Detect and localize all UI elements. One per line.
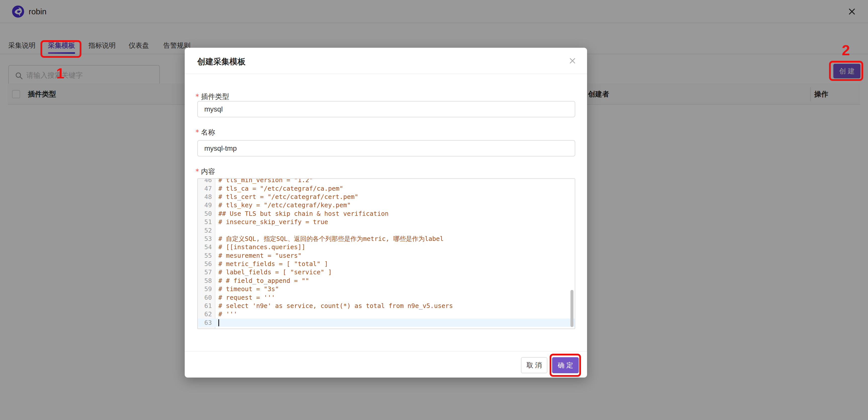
- text-cursor: [218, 319, 219, 326]
- line-number: 62: [198, 311, 215, 318]
- required-asterisk: *: [195, 128, 199, 136]
- modal-close-icon: [568, 57, 577, 65]
- plugin-type-label: *插件类型: [195, 92, 229, 101]
- required-asterisk: *: [195, 92, 199, 101]
- code-line-row[interactable]: 49 # tls_key = "/etc/categraf/key.pem": [198, 201, 575, 209]
- code-text: # tls_cert = "/etc/categraf/cert.pem": [218, 193, 359, 200]
- line-number: 54: [198, 244, 215, 251]
- line-number: 53: [198, 235, 215, 243]
- plugin-type-input[interactable]: [197, 101, 575, 117]
- create-template-modal: 创建采集模板 *插件类型 *名称 *内容 46 # tls_min_versio…: [185, 48, 587, 378]
- code-line-row[interactable]: 62 # ''': [198, 310, 575, 318]
- line-number: 49: [198, 201, 215, 209]
- line-number: 50: [198, 210, 215, 217]
- code-line-row[interactable]: 63: [198, 319, 575, 327]
- line-number: 56: [198, 260, 215, 267]
- code-text: # # field_to_append = "": [218, 277, 309, 284]
- code-text: # select 'n9e' as service, count(*) as t…: [218, 302, 453, 310]
- editor-scrollbar-thumb[interactable]: [570, 290, 574, 327]
- code-line-row[interactable]: 46 # tls_min_version = "1.2": [198, 179, 575, 184]
- name-label: *名称: [195, 128, 215, 137]
- line-number: 55: [198, 252, 215, 259]
- line-number: 57: [198, 268, 215, 276]
- code-line-row[interactable]: 60 # request = ''': [198, 293, 575, 301]
- code-text: # label_fields = [ "service" ]: [218, 268, 332, 276]
- code-text: # tls_key = "/etc/categraf/key.pem": [218, 201, 351, 209]
- code-text: # mesurement = "users": [218, 252, 302, 259]
- line-number: 47: [198, 185, 215, 192]
- code-line-row[interactable]: 48 # tls_cert = "/etc/categraf/cert.pem": [198, 193, 575, 201]
- code-text: ## Use TLS but skip chain & host verific…: [218, 210, 389, 217]
- modal-header-divider: [185, 74, 587, 74]
- modal-title: 创建采集模板: [197, 56, 246, 67]
- code-line-row[interactable]: 61 # select 'n9e' as service, count(*) a…: [198, 302, 575, 310]
- code-text: # tls_ca = "/etc/categraf/ca.pem": [218, 185, 343, 192]
- name-input[interactable]: [197, 140, 575, 157]
- code-line-row[interactable]: 58 # # field_to_append = "": [198, 277, 575, 285]
- code-line-row[interactable]: 56 # metric_fields = [ "total" ]: [198, 260, 575, 268]
- code-text: # ''': [218, 311, 237, 318]
- modal-close-button[interactable]: [567, 56, 578, 66]
- code-text: # request = ''': [218, 294, 275, 301]
- code-line-row[interactable]: 59 # timeout = "3s": [198, 285, 575, 293]
- code-line-row[interactable]: 47 # tls_ca = "/etc/categraf/ca.pem": [198, 184, 575, 192]
- editor-lines: 46 # tls_min_version = "1.2" 47 # tls_ca…: [198, 179, 575, 327]
- required-asterisk: *: [195, 167, 199, 175]
- line-number: 60: [198, 294, 215, 301]
- code-line-row[interactable]: 50 ## Use TLS but skip chain & host veri…: [198, 209, 575, 218]
- line-number: 58: [198, 277, 215, 284]
- line-number: 63: [198, 319, 215, 326]
- code-text: # [[instances.queries]]: [218, 244, 305, 251]
- code-text: # metric_fields = [ "total" ]: [218, 260, 328, 267]
- code-line-row[interactable]: 53 # 自定义SQL, 指定SQL、返回的各个列那些是作为metric, 哪些…: [198, 235, 575, 243]
- code-editor[interactable]: 46 # tls_min_version = "1.2" 47 # tls_ca…: [197, 179, 575, 329]
- code-line-row[interactable]: 55 # mesurement = "users": [198, 252, 575, 260]
- screen: robin 采集说明 采集模板 指标说明 仪表盘 告警规则 创 建 插件类型 创…: [0, 0, 868, 420]
- code-text: # insecure_skip_verify = true: [218, 218, 328, 226]
- cancel-button[interactable]: 取 消: [521, 357, 547, 373]
- code-line-row[interactable]: 57 # label_fields = [ "service" ]: [198, 268, 575, 276]
- line-number: 48: [198, 193, 215, 200]
- modal-footer-divider: [185, 351, 587, 352]
- line-number: 52: [198, 227, 215, 234]
- content-label: *内容: [195, 167, 215, 176]
- code-line-row[interactable]: 52: [198, 226, 575, 234]
- code-text: # timeout = "3s": [218, 285, 279, 293]
- line-number: 51: [198, 218, 215, 226]
- code-line-row[interactable]: 51 # insecure_skip_verify = true: [198, 218, 575, 226]
- line-number: 61: [198, 302, 215, 310]
- code-line-row[interactable]: 54 # [[instances.queries]]: [198, 243, 575, 251]
- line-number: 59: [198, 285, 215, 293]
- code-text: # tls_min_version = "1.2": [218, 179, 313, 184]
- code-text: # 自定义SQL, 指定SQL、返回的各个列那些是作为metric, 哪些是作为…: [218, 235, 443, 243]
- ok-button[interactable]: 确 定: [552, 357, 579, 373]
- line-number: 46: [198, 179, 215, 184]
